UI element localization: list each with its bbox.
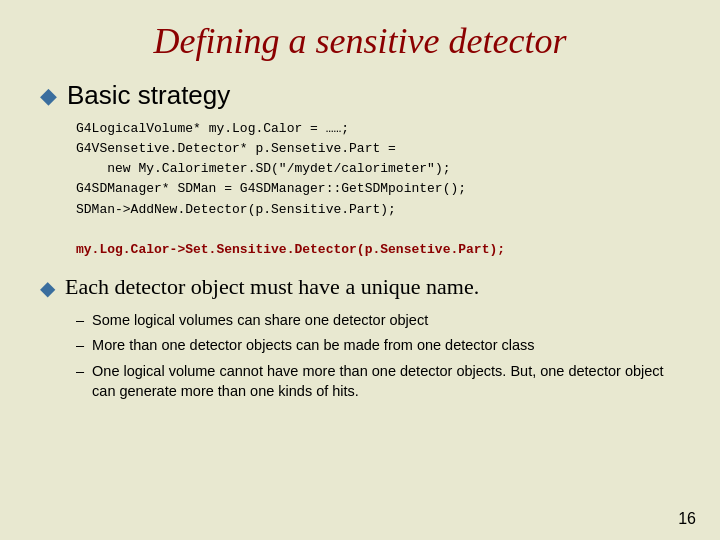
sub-bullet-1-text: Some logical volumes can share one detec… bbox=[92, 310, 428, 330]
code-line-highlight: my.Log.Calor->Set.Sensitive.Detector(p.S… bbox=[76, 240, 680, 260]
dash-2: – bbox=[76, 335, 84, 355]
code-line-2: G4VSensetive.Detector* p.Sensetive.Part … bbox=[76, 139, 680, 159]
sub-bullet-3: – One logical volume cannot have more th… bbox=[76, 361, 680, 402]
diamond-icon-2: ◆ bbox=[40, 276, 55, 300]
dash-3: – bbox=[76, 361, 84, 381]
heading-basic-strategy-text: Basic strategy bbox=[67, 80, 230, 111]
heading-detector-object: ◆ Each detector object must have a uniqu… bbox=[40, 274, 680, 300]
sub-bullet-1: – Some logical volumes can share one det… bbox=[76, 310, 680, 330]
code-line-1: G4LogicalVolume* my.Log.Calor = ……; bbox=[76, 119, 680, 139]
section-basic-strategy: ◆ Basic strategy G4LogicalVolume* my.Log… bbox=[40, 80, 680, 260]
sub-bullet-2-text: More than one detector objects can be ma… bbox=[92, 335, 535, 355]
section-detector-object: ◆ Each detector object must have a uniqu… bbox=[40, 274, 680, 401]
page-number: 16 bbox=[678, 510, 696, 528]
heading-detector-object-text: Each detector object must have a unique … bbox=[65, 274, 479, 300]
code-line-3: new My.Calorimeter.SD("/mydet/calorimete… bbox=[76, 159, 680, 179]
sub-bullet-3-text: One logical volume cannot have more than… bbox=[92, 361, 680, 402]
dash-1: – bbox=[76, 310, 84, 330]
code-line-5: SDMan->AddNew.Detector(p.Sensitive.Part)… bbox=[76, 200, 680, 220]
slide-container: Defining a sensitive detector ◆ Basic st… bbox=[0, 0, 720, 540]
sub-bullets-list: – Some logical volumes can share one det… bbox=[76, 310, 680, 401]
diamond-icon: ◆ bbox=[40, 83, 57, 109]
code-line-4: G4SDManager* SDMan = G4SDManager::GetSDM… bbox=[76, 179, 680, 199]
sub-bullet-2: – More than one detector objects can be … bbox=[76, 335, 680, 355]
code-block: G4LogicalVolume* my.Log.Calor = ……; G4VS… bbox=[76, 119, 680, 260]
slide-title: Defining a sensitive detector bbox=[40, 20, 680, 62]
heading-basic-strategy: ◆ Basic strategy bbox=[40, 80, 680, 111]
